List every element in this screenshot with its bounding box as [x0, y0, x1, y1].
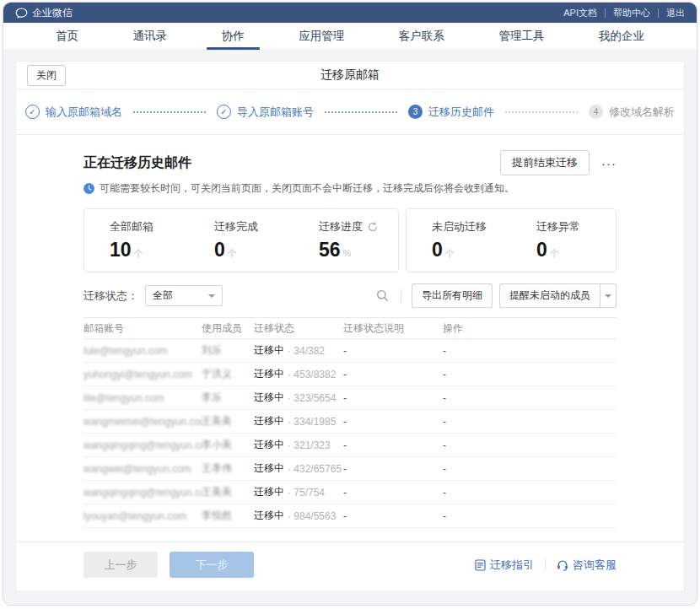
- email-cell: wangwei@tengyun.com: [83, 463, 202, 475]
- panel-content: 正在迁移历史邮件 提前结束迁移 ··· 可能需要较长时间，可关闭当前页面，关闭页…: [16, 150, 684, 528]
- panel-footer: 上一步 下一步 迁移指引 咨询客服: [16, 542, 684, 591]
- step-label: 输入原邮箱域名: [46, 105, 122, 120]
- bottom-strip: [3, 592, 697, 605]
- nav-tab[interactable]: 应用管理: [299, 23, 344, 50]
- col-status: 迁移状态: [254, 321, 343, 336]
- nav-tab[interactable]: 客户联系: [399, 23, 444, 50]
- nav-tab[interactable]: 管理工具: [498, 23, 544, 50]
- email-cell: wangqingqing@tengyun.com: [83, 487, 202, 499]
- action-cell: -: [443, 345, 617, 357]
- step-connector: [325, 111, 397, 113]
- primary-nav: 首页 通讯录 协作 应用管理 客户联系 管理工具 我的企业: [3, 23, 697, 51]
- status-desc-cell: -: [343, 392, 443, 404]
- action-cell: -: [443, 487, 617, 499]
- close-button[interactable]: 关闭: [27, 65, 66, 86]
- member-cell: 李乐: [202, 391, 254, 405]
- status-cell: 迁移中 · 323/5654: [254, 391, 343, 405]
- col-member: 使用成员: [202, 321, 254, 336]
- table-row: lule@tengyun.com 刘乐 迁移中 · 34/382 - -: [83, 339, 617, 363]
- table-header: 邮箱账号 使用成员 迁移状态 迁移状态说明 操作: [83, 317, 617, 339]
- member-cell: 于洪义: [202, 367, 254, 381]
- status-desc-cell: -: [343, 416, 443, 428]
- brand: 企业微信: [15, 6, 73, 20]
- stat-cell: 迁移异常 0 个: [511, 209, 616, 272]
- next-step-button[interactable]: 下一步: [170, 552, 254, 578]
- stat-value: 56: [319, 239, 341, 261]
- member-cell: 刘乐: [202, 343, 254, 358]
- stat-value: 0: [214, 239, 225, 261]
- nav-tab[interactable]: 通讯录: [133, 23, 168, 50]
- export-details-button[interactable]: 导出所有明细: [412, 283, 493, 308]
- remind-members-dropdown[interactable]: [600, 284, 616, 307]
- stat-unit: 个: [445, 247, 455, 260]
- refresh-icon[interactable]: [368, 222, 378, 232]
- status-desc-cell: -: [343, 369, 443, 380]
- status-cell: 迁移中 · 432/65765: [254, 461, 343, 476]
- previous-step-button[interactable]: 上一步: [83, 552, 158, 578]
- search-icon[interactable]: [374, 288, 390, 304]
- topbar-link[interactable]: 退出: [659, 8, 685, 18]
- stat-cell: 全部邮箱 10 个: [84, 209, 189, 272]
- step-indicator-icon: ✓: [217, 105, 231, 119]
- step-connector: [133, 111, 206, 113]
- topbar-link[interactable]: API文档: [556, 8, 606, 18]
- notice-bar: 可能需要较长时间，可关闭当前页面，关闭页面不会中断迁移，迁移完成后你将会收到通知…: [83, 181, 617, 196]
- action-cell: -: [443, 392, 617, 404]
- stat-label: 迁移异常: [536, 219, 580, 234]
- step-indicator-icon: 3: [408, 105, 423, 119]
- col-email: 邮箱账号: [83, 321, 202, 336]
- stat-value: 0: [536, 239, 547, 261]
- panel-title: 迁移原邮箱: [16, 67, 684, 83]
- step-label: 修改域名解析: [609, 105, 675, 120]
- table-row: wangwei@tengyun.com 王孝伟 迁移中 · 432/65765 …: [83, 457, 617, 481]
- action-cell: -: [443, 439, 617, 451]
- status-cell: 迁移中 · 984/5563: [254, 509, 343, 523]
- status-filter-select[interactable]: 全部: [145, 285, 223, 306]
- action-cell: -: [443, 463, 617, 475]
- action-cell: -: [443, 416, 617, 428]
- email-cell: wangqingqing@tengyun.com: [83, 439, 202, 451]
- topbar-links: API文档 帮助中心 退出: [556, 8, 685, 18]
- more-menu-button[interactable]: ···: [601, 156, 617, 170]
- wecom-logo-icon: [15, 8, 28, 19]
- col-action: 操作: [443, 321, 617, 336]
- brand-label: 企业微信: [32, 6, 73, 20]
- stat-unit: %: [343, 248, 352, 258]
- clock-icon: [83, 183, 94, 194]
- member-cell: 王美美: [202, 485, 254, 499]
- status-desc-cell: -: [343, 345, 443, 357]
- step-connector: [505, 111, 578, 113]
- nav-tab[interactable]: 协作: [222, 23, 245, 50]
- status-cell: 迁移中 · 321/323: [254, 438, 343, 452]
- nav-tab[interactable]: 首页: [56, 23, 78, 50]
- stat-label: 全部邮箱: [110, 219, 153, 234]
- notice-text: 可能需要较长时间，可关闭当前页面，关闭页面不会中断迁移，迁移完成后你将会收到通知…: [100, 181, 514, 196]
- panel-header: 关闭 迁移原邮箱: [16, 62, 684, 89]
- wizard-step: ✓ 导入原邮箱账号: [217, 105, 408, 120]
- stat-unit: 个: [228, 247, 237, 260]
- topbar: 企业微信 API文档 帮助中心 退出: [3, 3, 697, 23]
- topbar-link[interactable]: 帮助中心: [606, 8, 659, 18]
- migration-guide-link[interactable]: 迁移指引: [475, 558, 534, 573]
- stat-cell: 迁移完成 0 个: [189, 209, 293, 272]
- contact-support-link[interactable]: 咨询客服: [557, 558, 617, 573]
- step-indicator-icon: ✓: [25, 105, 40, 119]
- step-label: 导入原邮箱账号: [237, 105, 314, 120]
- wizard-step: 4 修改域名解析: [589, 105, 675, 120]
- nav-tab[interactable]: 我的企业: [599, 23, 644, 50]
- email-cell: lile@tengyun.com: [83, 392, 202, 404]
- stat-unit: 个: [134, 247, 143, 260]
- step-label: 迁移历史邮件: [428, 105, 494, 120]
- status-desc-cell: -: [343, 439, 443, 451]
- table-row: wangqingqing@tengyun.com 李小美 迁移中 · 321/3…: [83, 434, 617, 457]
- table-row: wangqingqing@tengyun.com 王美美 迁移中 · 75/75…: [83, 481, 617, 504]
- app-window: 企业微信 API文档 帮助中心 退出 首页 通讯录 协作: [3, 2, 697, 606]
- headset-icon: [557, 559, 568, 571]
- table-row: wangmeimei@tengyun.com 王美美 迁移中 · 334/198…: [83, 410, 617, 434]
- table-row: lyouyan@tengyun.com 李悦然 迁移中 · 984/5563 -…: [83, 504, 617, 528]
- chevron-down-icon: [208, 294, 215, 298]
- remind-members-button[interactable]: 提醒未启动的成员: [500, 284, 600, 307]
- stats-group-progress: 全部邮箱 10 个: [83, 208, 399, 272]
- end-migration-button[interactable]: 提前结束迁移: [500, 150, 590, 175]
- wizard-step: 3 迁移历史邮件: [408, 105, 589, 120]
